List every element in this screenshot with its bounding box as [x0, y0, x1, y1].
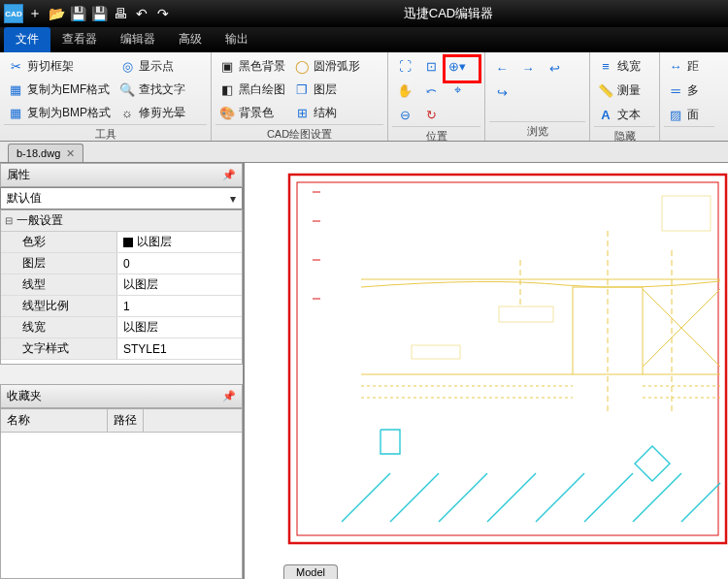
- btn-orbit[interactable]: ↻: [418, 103, 444, 126]
- btn-trimhalo[interactable]: ☼修剪光晕: [116, 101, 189, 124]
- arrow-left-icon: ←: [494, 60, 510, 76]
- ribbon: ✂剪切框架 ▦复制为EMF格式 ▦复制为BMP格式 ◎显示点 🔍查找文字 ☼修剪…: [0, 52, 728, 142]
- svg-line-20: [390, 473, 439, 522]
- group-cad-label: CAD绘图设置: [215, 124, 383, 144]
- btn-showpts[interactable]: ◎显示点: [116, 54, 189, 78]
- btn-zoom-sel[interactable]: ⌖: [445, 79, 470, 102]
- doc-tab-active[interactable]: b-18.dwg ✕: [8, 144, 83, 162]
- group-nav-label: 浏览: [489, 121, 585, 141]
- target-icon: ◎: [119, 58, 135, 74]
- properties-filter-combo[interactable]: 默认值: [0, 187, 243, 209]
- btn-layer[interactable]: ❐图层: [290, 78, 364, 101]
- btn-dist[interactable]: ↔距: [664, 54, 703, 78]
- lineweight-icon: ≡: [598, 58, 613, 74]
- fav-col-name[interactable]: 名称: [1, 409, 108, 432]
- btn-pan[interactable]: ✋: [392, 79, 417, 102]
- svg-rect-0: [289, 175, 726, 543]
- zoom-sel-icon: ⌖: [449, 82, 465, 98]
- btn-nav-back[interactable]: ↩: [542, 56, 567, 80]
- bw-icon: ◧: [219, 81, 235, 97]
- btn-struct[interactable]: ⊞结构: [290, 101, 364, 124]
- btn-nav-fwd[interactable]: ↪: [489, 80, 514, 104]
- btn-zoom-in[interactable]: ⊕▾: [445, 54, 470, 78]
- prop-row-lweight[interactable]: 线宽以图层: [1, 317, 242, 338]
- btn-copy-emf[interactable]: ▦复制为EMF格式: [4, 78, 115, 101]
- qat-open-icon[interactable]: 📂: [47, 4, 66, 23]
- trim-icon: ☼: [119, 105, 135, 120]
- search-icon: 🔍: [119, 81, 135, 97]
- btn-clipframe[interactable]: ✂剪切框架: [4, 54, 115, 78]
- btn-area[interactable]: ▨面: [664, 103, 703, 126]
- properties-panel-header: 属性 📌: [0, 163, 243, 187]
- arc-icon: ◯: [294, 58, 310, 74]
- prop-row-lscale[interactable]: 线型比例1: [1, 296, 242, 317]
- btn-zoom-window[interactable]: ⊡: [418, 54, 444, 78]
- btn-measure[interactable]: 📏测量: [594, 79, 645, 102]
- text-icon: A: [598, 107, 613, 122]
- btn-zoom-prev[interactable]: ⤺: [418, 79, 444, 102]
- zoom-extents-icon: ⛶: [397, 58, 413, 74]
- btn-bgcolor[interactable]: 🎨背景色: [215, 101, 289, 124]
- btn-text[interactable]: A文本: [594, 103, 645, 126]
- btn-bwdraw[interactable]: ◧黑白绘图: [215, 78, 289, 101]
- palette-icon: 🎨: [219, 105, 235, 120]
- prop-row-layer[interactable]: 图层0: [1, 253, 242, 274]
- prop-row-ltype[interactable]: 线型以图层: [1, 274, 242, 296]
- properties-grid: 一般设置 色彩以图层 图层0 线型以图层 线型比例1 线宽以图层 文字样式STY…: [0, 209, 243, 365]
- svg-rect-17: [499, 306, 553, 322]
- svg-line-23: [536, 473, 584, 522]
- ruler-icon: 📏: [598, 82, 613, 98]
- favorites-list: 名称 路径: [0, 408, 243, 579]
- btn-blackbg[interactable]: ▣黑色背景: [215, 54, 289, 78]
- pin-icon[interactable]: 📌: [222, 390, 236, 402]
- btn-nav-left[interactable]: ←: [489, 56, 514, 80]
- svg-rect-18: [412, 345, 460, 359]
- app-logo: CAD: [4, 4, 23, 23]
- layers-icon: ❐: [294, 81, 310, 97]
- prop-row-color[interactable]: 色彩以图层: [1, 232, 242, 253]
- scissors-icon: ✂: [8, 58, 23, 74]
- tab-editor[interactable]: 编辑器: [109, 27, 167, 52]
- qat-save-icon[interactable]: 💾: [68, 4, 87, 23]
- group-tools-label: 工具: [4, 124, 207, 144]
- color-swatch: [123, 238, 133, 247]
- qat-new-icon[interactable]: ＋: [25, 4, 45, 23]
- close-icon[interactable]: ✕: [66, 147, 75, 160]
- btn-nav-right[interactable]: →: [515, 56, 541, 80]
- svg-rect-16: [662, 196, 711, 231]
- svg-rect-1: [297, 182, 718, 535]
- tab-advanced[interactable]: 高级: [167, 27, 214, 52]
- qat-saveall-icon[interactable]: 💾: [89, 4, 109, 23]
- app-title: 迅捷CAD编辑器: [173, 5, 724, 22]
- group-hide-label: 隐藏: [594, 126, 655, 145]
- bmp-icon: ▦: [8, 105, 23, 120]
- qat-redo-icon[interactable]: ↷: [153, 4, 173, 23]
- tab-file[interactable]: 文件: [4, 27, 50, 52]
- prop-row-tstyle[interactable]: 文字样式STYLE1: [1, 338, 242, 360]
- svg-line-22: [487, 473, 536, 522]
- btn-linew[interactable]: ≡线宽: [594, 54, 645, 78]
- btn-findtext[interactable]: 🔍查找文字: [116, 78, 189, 101]
- multiline-icon: ═: [668, 82, 683, 98]
- btn-arc[interactable]: ◯圆滑弧形: [290, 54, 364, 78]
- arrow-right-icon: →: [520, 60, 536, 76]
- qat-print-icon[interactable]: 🖶: [111, 4, 130, 23]
- svg-line-24: [584, 473, 633, 522]
- svg-line-21: [439, 473, 487, 522]
- model-space-tabs: Model: [283, 564, 338, 579]
- fav-col-path[interactable]: 路径: [108, 409, 144, 432]
- btn-copy-bmp[interactable]: ▦复制为BMP格式: [4, 101, 115, 124]
- tab-output[interactable]: 输出: [214, 27, 260, 52]
- zoom-in-icon: ⊕▾: [449, 58, 465, 74]
- prop-section-general[interactable]: 一般设置: [1, 210, 242, 232]
- pin-icon[interactable]: 📌: [222, 169, 236, 181]
- svg-line-26: [681, 483, 720, 522]
- tab-viewer[interactable]: 查看器: [50, 27, 109, 52]
- doc-tab-label: b-18.dwg: [17, 147, 60, 159]
- qat-undo-icon[interactable]: ↶: [132, 4, 151, 23]
- model-tab[interactable]: Model: [283, 564, 338, 579]
- drawing-canvas[interactable]: Model: [245, 163, 728, 579]
- btn-multi[interactable]: ═多: [664, 79, 703, 102]
- btn-zoom-out[interactable]: ⊖: [392, 103, 417, 126]
- btn-zoom-extents[interactable]: ⛶: [392, 54, 417, 78]
